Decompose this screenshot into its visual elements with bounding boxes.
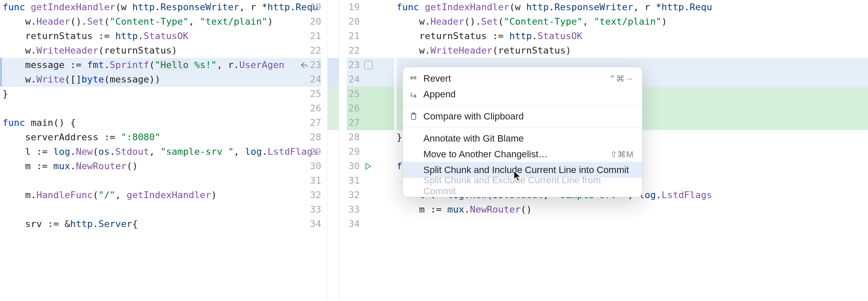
context-menu: Revert ⌃⌘→ Append Compare with Clipboard…: [403, 67, 642, 197]
code-line[interactable]: serverAddress := ":8080": [3, 130, 285, 145]
line-number: 24: [347, 72, 360, 87]
code-line[interactable]: returnStatus := http.StatusOK: [397, 29, 868, 43]
revert-icon[interactable]: [298, 61, 310, 69]
menu-separator: [403, 127, 642, 128]
menu-label: Revert: [423, 73, 605, 84]
line-number: 25: [347, 87, 360, 101]
line-number: 32: [347, 188, 360, 202]
clipboard-icon: [408, 112, 419, 121]
diff-map: [328, 0, 339, 301]
left-line-numbers: 19 20 21 22 23 24 25 26 27 28 29 30 31 3…: [285, 0, 328, 301]
svg-marker-1: [328, 87, 339, 130]
line-number: 33: [310, 202, 322, 217]
menu-separator: [403, 105, 642, 105]
code-line[interactable]: [3, 202, 285, 217]
line-number: 33: [347, 202, 360, 217]
code-line[interactable]: [397, 217, 868, 231]
menu-item-revert[interactable]: Revert ⌃⌘→: [403, 71, 642, 86]
menu-label: Move to Another Changelist…: [423, 149, 606, 160]
right-line-numbers: 19 20 21 22 23 24 25 26 27 28 29 30 31 3…: [339, 0, 394, 301]
code-line[interactable]: w.WriteHeader(returnStatus): [3, 43, 285, 58]
menu-label: Compare with Clipboard: [423, 111, 634, 122]
code-line[interactable]: w.WriteHeader(returnStatus): [397, 43, 868, 58]
code-line[interactable]: [3, 101, 285, 116]
code-line[interactable]: w.Header().Set("Content-Type", "text/pla…: [3, 14, 285, 29]
line-number: 23: [310, 58, 322, 72]
code-line[interactable]: m := mux.NewRouter(): [397, 202, 868, 217]
code-line[interactable]: l := log.New(os.Stdout, "sample-srv ", l…: [3, 145, 285, 159]
code-line[interactable]: w.Header().Set("Content-Type", "text/pla…: [397, 14, 868, 29]
menu-item-append[interactable]: Append: [403, 86, 642, 102]
line-number: 29: [347, 145, 360, 159]
line-number: 31: [310, 173, 322, 188]
menu-item-compare-clipboard[interactable]: Compare with Clipboard: [403, 108, 642, 124]
line-number: 30: [347, 159, 360, 173]
mouse-cursor-icon: [513, 170, 522, 184]
line-number: 20: [310, 14, 322, 29]
code-line[interactable]: func getIndexHandler(w http.ResponseWrit…: [397, 0, 868, 14]
menu-label: Split Chunk and Include Current Line int…: [423, 165, 634, 176]
line-number: 24: [310, 72, 322, 87]
append-icon: [408, 90, 419, 99]
line-number: 19: [310, 0, 322, 14]
line-number: 21: [347, 29, 360, 43]
line-number: 21: [310, 29, 322, 43]
code-line[interactable]: srv := &http.Server{: [3, 217, 285, 231]
include-checkbox[interactable]: [364, 61, 373, 69]
line-number: 26: [310, 101, 322, 116]
code-line[interactable]: }: [3, 87, 285, 101]
code-line[interactable]: returnStatus := http.StatusOK: [3, 29, 285, 43]
code-line[interactable]: [3, 173, 285, 188]
keyword: func: [3, 2, 25, 12]
line-number: 28: [347, 130, 360, 145]
run-icon[interactable]: [364, 162, 372, 170]
line-number: 19: [347, 0, 360, 14]
line-number: 23: [347, 58, 360, 72]
line-number: 25: [310, 87, 322, 101]
line-number: 28: [310, 130, 322, 145]
line-number: 29: [310, 145, 322, 159]
line-number: 32: [310, 188, 322, 202]
line-number: 20: [347, 14, 360, 29]
code-line[interactable]: m.HandleFunc("/", getIndexHandler): [3, 188, 285, 202]
line-number: 27: [347, 116, 360, 130]
line-number: 27: [310, 116, 322, 130]
menu-label: Split Chunk and Exclude Current Line fro…: [423, 175, 634, 197]
svg-marker-0: [328, 58, 339, 87]
line-number: 34: [310, 217, 322, 231]
menu-item-move-changelist[interactable]: Move to Another Changelist… ⇧⌘M: [403, 146, 642, 162]
menu-item-split-exclude: Split Chunk and Exclude Current Line fro…: [403, 178, 642, 193]
menu-item-annotate-git-blame[interactable]: Annotate with Git Blame: [403, 131, 642, 146]
code-line[interactable]: m := mux.NewRouter(): [3, 159, 285, 173]
code-line[interactable]: func getIndexHandler(w http.ResponseWrit…: [3, 0, 285, 14]
line-number: 22: [310, 43, 322, 58]
code-line-modified[interactable]: message := fmt.Sprintf("Hello %s!", r.Us…: [3, 58, 285, 72]
identifier: getIndexHandler: [31, 2, 115, 12]
revert-icon: [408, 74, 419, 83]
line-number: 34: [347, 217, 360, 231]
code-line[interactable]: func main() {: [3, 116, 285, 130]
code-line-modified[interactable]: w.Write([]byte(message)): [3, 72, 285, 87]
menu-shortcut: ⇧⌘M: [610, 149, 634, 159]
menu-label: Annotate with Git Blame: [423, 133, 634, 144]
menu-label: Append: [423, 89, 634, 100]
line-number: 26: [347, 101, 360, 116]
line-number: 22: [347, 43, 360, 58]
menu-shortcut: ⌃⌘→: [609, 74, 634, 84]
line-number: 31: [347, 173, 360, 188]
left-code-pane[interactable]: func getIndexHandler(w http.ResponseWrit…: [0, 0, 285, 301]
line-number: 30: [310, 159, 322, 173]
